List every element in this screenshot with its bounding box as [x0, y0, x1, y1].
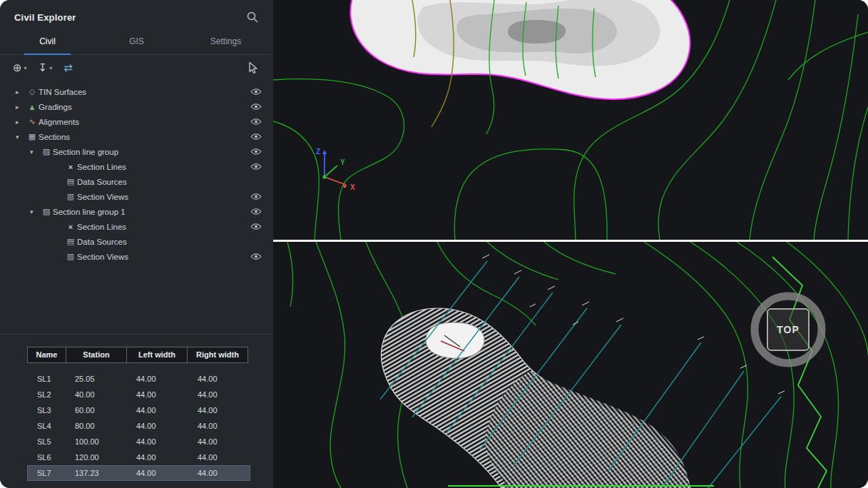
table-row[interactable]: SL4 80.00 44.00 44.00 [27, 418, 250, 434]
tree-item-icon [26, 117, 39, 126]
cell-left-width: 44.00 [128, 465, 189, 481]
viewcube-label: TOP [777, 324, 800, 335]
visibility-eye-icon[interactable] [250, 148, 262, 156]
visibility-eye-icon[interactable] [250, 163, 262, 171]
toolbar-button-icon: ↧ [39, 62, 48, 73]
toolbar-button-icon: ⊕ [13, 62, 22, 73]
civil-tree: TIN Surfaces Gradings [0, 79, 273, 264]
table-header-row: Name Station Left width Right width [27, 347, 250, 363]
tree-item[interactable]: TIN Surfaces [0, 84, 273, 99]
cell-station: 100.00 [66, 434, 128, 449]
chevron-down-icon[interactable]: ▾ [24, 65, 27, 71]
tree-expander-icon[interactable] [16, 103, 26, 111]
tree-item-icon [26, 87, 39, 96]
section-lines-table: Name Station Left width Right width SL1 … [27, 347, 250, 481]
tree-expander-icon[interactable] [16, 88, 26, 96]
cell-right-width: 44.00 [189, 465, 250, 481]
cell-name: SL7 [27, 465, 66, 481]
toolbar-button[interactable]: ↧ ▾ [39, 62, 53, 73]
search-icon[interactable] [246, 11, 259, 24]
visibility-eye-icon[interactable] [250, 253, 262, 260]
toolbar-button[interactable]: ⊕ ▾ [13, 62, 27, 73]
table-row[interactable]: SL7 137.23 44.00 44.00 [27, 465, 250, 481]
tin-surface-render [350, 0, 690, 99]
visibility-eye-icon[interactable] [250, 193, 262, 200]
tree-item[interactable]: Data Sources [0, 174, 273, 189]
select-cursor-icon[interactable] [246, 61, 259, 74]
tree-item[interactable]: Section line group 1 [0, 204, 273, 219]
cell-left-width: 44.00 [128, 387, 189, 402]
tree-item-icon [64, 252, 77, 261]
tree-item-label: Section Views [77, 193, 128, 201]
table-row[interactable]: SL1 25.05 44.00 44.00 [27, 371, 250, 387]
axis-label-x: X [350, 183, 355, 191]
axis-label-y: Y [340, 158, 345, 166]
tree-item[interactable]: Alignments [0, 114, 273, 129]
tree-expander-icon[interactable] [30, 148, 40, 156]
tree-item[interactable]: Section Lines [0, 219, 273, 234]
drawing-viewport[interactable]: Z Y X [273, 0, 868, 488]
tab-label: Civil [39, 36, 56, 46]
tree-item[interactable]: Sections [0, 129, 273, 144]
ucs-axis-icon: Z Y X [316, 148, 355, 191]
cell-station: 137.23 [66, 465, 128, 481]
cell-name: SL1 [27, 371, 66, 387]
top-perspective-view: Z Y X [273, 0, 868, 240]
panel-toolbar: ⊕ ▾ ↧ ▾ ⇄ ▾ [0, 55, 273, 79]
tab[interactable]: GIS [92, 30, 181, 54]
tree-item-icon [40, 147, 53, 156]
tree-item[interactable]: Section Views [0, 249, 273, 264]
tree-item-label: Section Lines [77, 163, 126, 171]
tree-item-icon [64, 223, 77, 231]
civil-explorer-panel: Civil Explorer Civil GIS Settings [0, 0, 273, 488]
tree-item-label: Alignments [39, 118, 79, 126]
cell-left-width: 44.00 [128, 449, 189, 465]
tree-item-icon [64, 237, 77, 246]
application-window: Civil Explorer Civil GIS Settings [0, 0, 868, 488]
tree-item-label: Section line group [53, 148, 118, 156]
cell-station: 60.00 [66, 402, 128, 418]
cell-right-width: 44.00 [189, 449, 250, 465]
column-header-name: Name [27, 347, 66, 363]
table-row[interactable]: SL3 60.00 44.00 44.00 [27, 402, 250, 418]
table-row[interactable]: SL2 40.00 44.00 44.00 [27, 387, 250, 402]
cell-right-width: 44.00 [189, 418, 250, 434]
cell-left-width: 44.00 [128, 434, 189, 449]
visibility-eye-icon[interactable] [250, 223, 262, 230]
visibility-eye-icon[interactable] [250, 103, 262, 111]
table-row[interactable]: SL5 100.00 44.00 44.00 [27, 434, 250, 449]
cell-station: 25.05 [66, 371, 128, 387]
tree-item[interactable]: Section Lines [0, 159, 273, 174]
tree-expander-icon[interactable] [30, 208, 40, 215]
toolbar-button-icon: ⇄ [63, 62, 73, 73]
tree-item-label: Data Sources [77, 178, 127, 186]
tree-item-label: Data Sources [77, 238, 127, 246]
cell-name: SL5 [27, 434, 66, 449]
tree-item-icon [64, 177, 77, 186]
viewport-split-divider[interactable] [273, 240, 868, 242]
tree-item[interactable]: Data Sources [0, 234, 273, 249]
visibility-eye-icon[interactable] [250, 208, 262, 215]
toolbar-button[interactable]: ⇄ ▾ [63, 62, 78, 73]
tree-item-icon [64, 192, 77, 201]
tree-item[interactable]: Gradings [0, 99, 273, 114]
tab[interactable]: Settings [181, 30, 270, 54]
tab[interactable]: Civil [3, 30, 92, 54]
chevron-down-icon[interactable]: ▾ [49, 65, 52, 71]
tree-item[interactable]: Section line group [0, 144, 273, 159]
tree-item[interactable]: Section Views [0, 189, 273, 204]
visibility-eye-icon[interactable] [250, 133, 262, 141]
column-header-station: Station [66, 347, 127, 363]
tree-item-icon [40, 207, 53, 216]
tree-item-label: Sections [39, 133, 70, 141]
table-row[interactable]: SL6 120.00 44.00 44.00 [27, 449, 250, 465]
cell-station: 40.00 [66, 387, 128, 402]
column-header-right-width: Right width [187, 347, 248, 363]
tree-item-icon [64, 163, 77, 171]
tree-item-label: Gradings [39, 103, 72, 111]
visibility-eye-icon[interactable] [250, 88, 262, 96]
visibility-eye-icon[interactable] [250, 118, 262, 126]
tree-item-label: Section line group 1 [53, 208, 126, 216]
tree-expander-icon[interactable] [16, 118, 26, 126]
tree-expander-icon[interactable] [16, 133, 26, 141]
